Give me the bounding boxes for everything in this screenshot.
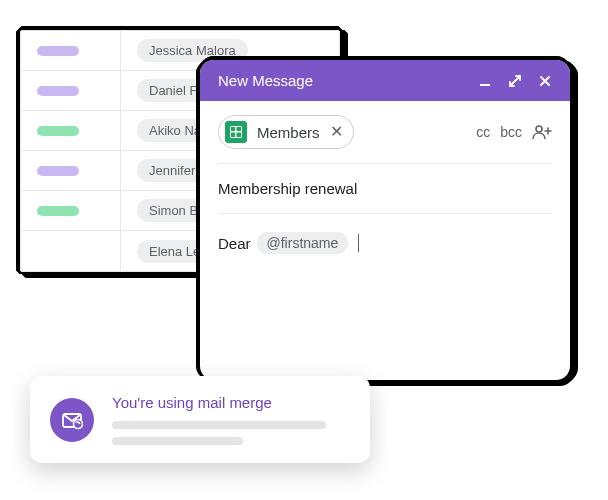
expand-icon[interactable] <box>508 74 522 88</box>
compose-body: Members ✕ cc bcc Membership renewal Dear… <box>200 101 570 254</box>
merge-token-firstname[interactable]: @firstname <box>257 232 349 254</box>
banner-content: You're using mail merge <box>112 394 350 445</box>
cc-button[interactable]: cc <box>476 124 490 140</box>
text-cursor <box>358 234 359 252</box>
remove-recipient-icon[interactable]: ✕ <box>330 124 343 140</box>
add-recipient-icon[interactable] <box>532 124 552 140</box>
name-chip: Jessica Malora <box>137 39 248 62</box>
minimize-icon[interactable] <box>478 74 492 88</box>
compose-window: New Message Members ✕ cc bcc <box>200 60 570 380</box>
message-body[interactable]: Dear @firstname <box>218 214 552 254</box>
banner-title: You're using mail merge <box>112 394 350 411</box>
svg-point-3 <box>74 419 83 428</box>
svg-point-1 <box>536 126 542 132</box>
status-pill <box>37 166 79 176</box>
status-cell <box>21 231 121 271</box>
sheets-icon <box>225 121 247 143</box>
skeleton-line <box>112 437 243 445</box>
mail-merge-banner: You're using mail merge <box>30 376 370 463</box>
status-pill <box>37 126 79 136</box>
status-cell <box>21 191 121 230</box>
subject-input[interactable]: Membership renewal <box>218 164 552 214</box>
status-pill <box>37 206 79 216</box>
recipient-label: Members <box>257 124 320 141</box>
status-cell <box>21 111 121 150</box>
compose-header: New Message <box>200 60 570 101</box>
compose-window-actions <box>478 74 552 88</box>
recipient-chip[interactable]: Members ✕ <box>218 115 354 149</box>
close-icon[interactable] <box>538 74 552 88</box>
status-cell <box>21 71 121 110</box>
name-cell: Jessica Malora <box>121 39 339 62</box>
skeleton-line <box>112 421 326 429</box>
status-pill <box>37 46 79 56</box>
status-pill <box>37 86 79 96</box>
status-cell <box>21 151 121 190</box>
cc-bcc-group: cc bcc <box>476 124 552 140</box>
mail-merge-icon <box>50 398 94 442</box>
recipients-row[interactable]: Members ✕ cc bcc <box>218 115 552 164</box>
bcc-button[interactable]: bcc <box>500 124 522 140</box>
body-text: Dear <box>218 235 251 252</box>
compose-title: New Message <box>218 72 313 89</box>
status-cell <box>21 31 121 70</box>
